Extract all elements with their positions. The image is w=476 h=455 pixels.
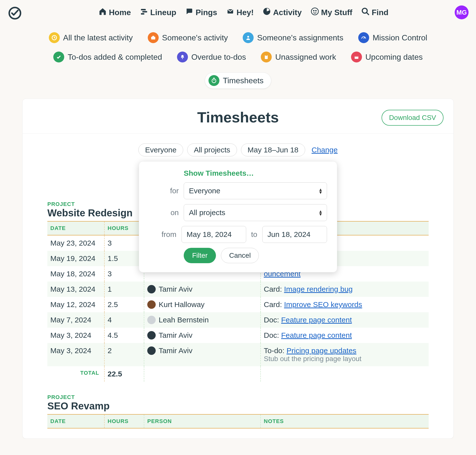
chip-unassigned[interactable]: Unassigned work — [261, 52, 336, 62]
from-label: from — [149, 230, 177, 239]
cell-date: May 3, 2024 — [47, 328, 104, 343]
chip-overdue[interactable]: Overdue to-dos — [177, 52, 246, 62]
cell-hours: 2.5 — [104, 297, 144, 312]
calendar-icon — [351, 52, 362, 62]
filter-popover: Show Timesheets… for Everyone ▴▾ on All … — [139, 161, 337, 272]
nav-mystuff[interactable]: My Stuff — [311, 7, 352, 18]
note-prefix: Doc: — [264, 331, 281, 339]
cell-person: Tamir Aviv — [144, 282, 261, 297]
cell-notes: Doc: Feature page content — [261, 328, 429, 343]
chip-someone-assignments[interactable]: Someone's assignments — [243, 32, 343, 43]
note-link[interactable]: Pricing page updates — [287, 346, 357, 355]
project-label: PROJECT — [47, 394, 429, 400]
note-prefix: Card: — [264, 285, 284, 293]
person-name: Leah Bernstein — [159, 316, 209, 324]
clipboard-icon — [261, 52, 272, 62]
timesheet-table-1: DATE HOURS PERSON NOTES — [47, 414, 429, 428]
nav-pings-label: Pings — [196, 8, 217, 17]
chip-latest-label: All the latest activity — [63, 33, 133, 42]
svg-rect-2 — [142, 11, 147, 13]
note-link[interactable]: Improve SEO keywords — [284, 300, 362, 309]
filter-projects-pill[interactable]: All projects — [187, 143, 237, 156]
filter-button[interactable]: Filter — [184, 248, 216, 263]
cell-hours: 1.5 — [104, 251, 144, 266]
svg-line-14 — [364, 37, 365, 39]
chip-mission-label: Mission Control — [373, 33, 427, 42]
chip-someone-activity[interactable]: Someone's activity — [148, 32, 228, 43]
person-avatar-icon — [147, 300, 156, 309]
nav-activity-label: Activity — [273, 8, 302, 17]
cell-date: May 18, 2024 — [47, 266, 104, 282]
find-icon — [361, 7, 370, 18]
nav-pings[interactable]: Pings — [185, 7, 217, 18]
person-avatar-icon — [147, 285, 156, 293]
download-csv-button[interactable]: Download CSV — [382, 110, 444, 126]
on-label: on — [149, 208, 179, 217]
chip-todos[interactable]: To-dos added & completed — [53, 52, 162, 62]
nav-home[interactable]: Home — [98, 7, 131, 18]
select-caret-icon: ▴▾ — [319, 188, 322, 194]
chip-upcoming[interactable]: Upcoming dates — [351, 52, 423, 62]
svg-rect-16 — [265, 55, 268, 59]
filter-everyone-pill[interactable]: Everyone — [138, 143, 183, 156]
person-name: Tamir Aviv — [159, 285, 192, 293]
chip-timesheets-label: Timesheets — [223, 76, 264, 85]
to-date-input[interactable]: Jun 18, 2024 — [262, 226, 327, 243]
app-logo[interactable] — [7, 5, 22, 20]
nav-activity[interactable]: Activity — [263, 7, 302, 18]
person-avatar-icon — [147, 346, 156, 355]
note-link[interactable]: Feature page content — [281, 331, 352, 339]
nav-lineup-label: Lineup — [150, 8, 176, 17]
chip-latest-activity[interactable]: All the latest activity — [49, 32, 133, 43]
note-link[interactable]: Image rendering bug — [284, 285, 353, 293]
nav-hey[interactable]: Hey! — [226, 7, 254, 18]
project-section-1: PROJECT SEO Revamp DATE HOURS PERSON NOT… — [23, 382, 453, 428]
cell-date: May 23, 2024 — [47, 235, 104, 251]
on-select[interactable]: All projects ▴▾ — [184, 204, 327, 221]
chip-mission-control[interactable]: Mission Control — [358, 32, 427, 43]
chip-overdue-label: Overdue to-dos — [191, 53, 246, 62]
cell-notes: To-do: Pricing page updatesStub out the … — [261, 343, 429, 366]
person-name: Tamir Aviv — [159, 331, 192, 340]
table-row: May 13, 20241Tamir AvivCard: Image rende… — [47, 282, 429, 297]
svg-rect-3 — [141, 13, 144, 15]
cell-person: Tamir Aviv — [144, 343, 261, 366]
note-prefix: To-do: — [264, 346, 287, 355]
cancel-button[interactable]: Cancel — [221, 248, 259, 263]
note-link[interactable]: Feature page content — [281, 316, 352, 324]
clock-icon — [49, 32, 60, 43]
th-person: PERSON — [144, 414, 261, 428]
nav-find[interactable]: Find — [361, 7, 388, 18]
stopwatch-icon — [208, 75, 219, 86]
th-hours: HOURS — [104, 221, 144, 235]
nav-lineup[interactable]: Lineup — [140, 7, 176, 18]
user-avatar[interactable]: MG — [455, 5, 469, 19]
th-notes: NOTES — [261, 414, 429, 428]
for-label: for — [149, 187, 179, 195]
total-row: TOTAL22.5 — [47, 366, 429, 382]
change-link[interactable]: Change — [312, 146, 338, 154]
table-row: May 12, 20242.5Kurt HallowayCard: Improv… — [47, 297, 429, 312]
chip-todos-label: To-dos added & completed — [68, 53, 162, 62]
svg-point-5 — [311, 8, 318, 15]
topbar: Home Lineup Pings Hey! Activity My Stuff… — [0, 0, 476, 25]
for-select-value: Everyone — [189, 187, 220, 195]
person-name: Kurt Halloway — [159, 300, 205, 309]
select-caret-icon: ▴▾ — [319, 210, 322, 216]
cell-date: May 19, 2024 — [47, 251, 104, 266]
bell-icon — [177, 52, 188, 62]
th-date: DATE — [47, 414, 104, 428]
filter-daterange-pill[interactable]: May 18–Jun 18 — [241, 143, 305, 156]
person-avatar-icon — [147, 316, 156, 324]
svg-rect-19 — [355, 56, 358, 57]
chip-timesheets-active[interactable]: Timesheets — [205, 72, 271, 89]
chip-unassigned-label: Unassigned work — [275, 53, 336, 62]
cell-hours: 3 — [104, 266, 144, 282]
for-select[interactable]: Everyone ▴▾ — [184, 182, 327, 199]
table-row: May 3, 20244.5Tamir AvivDoc: Feature pag… — [47, 328, 429, 343]
th-date: DATE — [47, 221, 104, 235]
th-hours: HOURS — [104, 414, 144, 428]
from-date-input[interactable]: May 18, 2024 — [181, 226, 246, 243]
main-card: Timesheets Download CSV Everyone All pro… — [22, 99, 454, 439]
table-row: May 7, 20244Leah BernsteinDoc: Feature p… — [47, 312, 429, 328]
